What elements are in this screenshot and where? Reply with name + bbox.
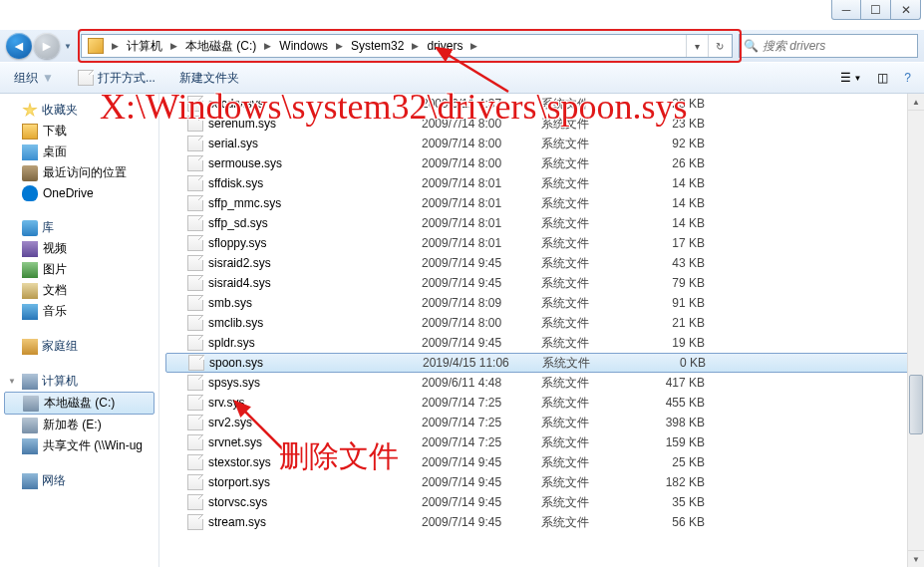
sidebar-item-videos[interactable]: 视频 (0, 238, 158, 259)
back-button[interactable]: ◄ (6, 33, 32, 59)
sidebar-item-desktop[interactable]: 桌面 (0, 142, 158, 162)
table-row[interactable]: stream.sys2009/7/14 9:45系统文件56 KB (159, 512, 924, 532)
table-row[interactable]: smclib.sys2009/7/14 8:00系统文件21 KB (159, 313, 924, 333)
table-row[interactable]: storvsc.sys2009/7/14 9:45系统文件35 KB (159, 492, 924, 512)
sidebar-computer-header[interactable]: ▼计算机 (0, 371, 158, 392)
table-row[interactable]: sffp_sd.sys2009/7/14 8:01系统文件14 KB (159, 213, 924, 233)
file-size: 398 KB (641, 416, 721, 429)
file-size: 79 KB (641, 276, 721, 290)
sidebar-item-music[interactable]: 音乐 (0, 301, 158, 322)
file-icon (187, 315, 203, 331)
table-row[interactable]: sisraid4.sys2009/7/14 9:45系统文件79 KB (159, 273, 924, 293)
file-name: sfloppy.sys (208, 236, 266, 250)
sidebar: 收藏夹 下载 桌面 最近访问的位置 OneDrive 库 视频 图片 文档 音乐… (0, 94, 159, 567)
chevron-right-icon[interactable]: ▶ (260, 41, 275, 51)
file-type: 系统文件 (541, 295, 641, 312)
sidebar-item-recent[interactable]: 最近访问的位置 (0, 162, 158, 183)
maximize-button[interactable]: ☐ (861, 0, 891, 20)
forward-button[interactable]: ► (34, 33, 60, 59)
breadcrumb[interactable]: Windows (275, 35, 332, 57)
table-row[interactable]: secdrv.sys2009/6/11 4:37系统文件23 KB (159, 94, 924, 114)
file-icon (187, 96, 203, 112)
file-name: spsys.sys (208, 376, 260, 390)
annotation-arrow-file (227, 396, 297, 465)
file-icon (187, 295, 203, 311)
svg-line-0 (437, 48, 508, 92)
sidebar-favorites-header[interactable]: 收藏夹 (0, 100, 158, 121)
scroll-down-button[interactable]: ▼ (908, 550, 924, 567)
sidebar-item-documents[interactable]: 文档 (0, 280, 158, 301)
table-row[interactable]: spoon.sys2019/4/15 11:06系统文件0 KB (165, 353, 918, 373)
table-row[interactable]: sfloppy.sys2009/7/14 8:01系统文件17 KB (159, 233, 924, 253)
table-row[interactable]: sffdisk.sys2009/7/14 8:01系统文件14 KB (159, 173, 924, 193)
close-button[interactable]: ✕ (891, 0, 921, 20)
computer-icon (22, 374, 38, 390)
breadcrumb[interactable]: 计算机 (123, 35, 166, 57)
network-icon (22, 473, 38, 489)
sidebar-item-drive-e[interactable]: 新加卷 (E:) (0, 415, 158, 435)
picture-icon (22, 262, 38, 278)
table-row[interactable]: serenum.sys2009/7/14 8:00系统文件23 KB (159, 114, 924, 134)
recent-icon (22, 165, 38, 181)
drive-icon (22, 418, 38, 433)
scroll-up-button[interactable]: ▲ (908, 94, 924, 111)
document-icon (22, 283, 38, 299)
search-input[interactable]: 🔍 搜索 drivers (739, 34, 918, 58)
sidebar-item-downloads[interactable]: 下载 (0, 121, 158, 142)
scrollbar[interactable]: ▲ ▼ (907, 94, 924, 567)
sidebar-item-pictures[interactable]: 图片 (0, 259, 158, 280)
view-options-button[interactable]: ☰ ▼ (835, 68, 866, 88)
file-name: serenum.sys (208, 117, 276, 131)
sidebar-libraries-header[interactable]: 库 (0, 217, 158, 238)
file-type: 系统文件 (541, 136, 641, 152)
file-icon (187, 454, 203, 470)
nav-history-dropdown[interactable]: ▼ (61, 35, 75, 57)
file-icon (187, 116, 203, 132)
newfolder-button[interactable]: 新建文件夹 (173, 67, 245, 90)
address-dropdown[interactable]: ▾ (686, 35, 708, 57)
breadcrumb[interactable]: 本地磁盘 (C:) (181, 35, 260, 57)
sidebar-item-onedrive[interactable]: OneDrive (0, 183, 158, 203)
table-row[interactable]: sffp_mmc.sys2009/7/14 8:01系统文件14 KB (159, 193, 924, 213)
help-button[interactable]: ? (899, 68, 916, 88)
file-type: 系统文件 (541, 215, 641, 232)
table-row[interactable]: spldr.sys2009/7/14 9:45系统文件19 KB (159, 333, 924, 353)
file-type: 系统文件 (541, 195, 641, 212)
sidebar-item-drive-c[interactable]: 本地磁盘 (C:) (4, 392, 154, 415)
file-list[interactable]: secdrv.sys2009/6/11 4:37系统文件23 KBserenum… (159, 94, 924, 567)
openwith-button[interactable]: 打开方式... (72, 67, 161, 90)
file-icon (187, 474, 203, 490)
minimize-button[interactable]: ─ (831, 0, 861, 20)
table-row[interactable]: smb.sys2009/7/14 8:09系统文件91 KB (159, 293, 924, 313)
file-name: storport.sys (208, 475, 270, 489)
preview-pane-button[interactable]: ◫ (872, 68, 893, 88)
file-name: stream.sys (208, 515, 266, 529)
sidebar-network-header[interactable]: 网络 (0, 470, 158, 491)
address-bar[interactable]: ▶ 计算机 ▶ 本地磁盘 (C:) ▶ Windows ▶ System32 ▶… (81, 34, 733, 58)
table-row[interactable]: sisraid2.sys2009/7/14 9:45系统文件43 KB (159, 253, 924, 273)
sidebar-item-share[interactable]: 共享文件 (\\Win-ug (0, 435, 158, 456)
file-size: 26 KB (641, 156, 721, 170)
file-size: 23 KB (641, 97, 721, 111)
file-type: 系统文件 (541, 175, 641, 192)
library-icon (22, 220, 38, 236)
table-row[interactable]: serial.sys2009/7/14 8:00系统文件92 KB (159, 134, 924, 153)
refresh-button[interactable]: ↻ (708, 35, 730, 57)
organize-menu[interactable]: 组织 ▼ (8, 67, 60, 90)
chevron-right-icon[interactable]: ▶ (108, 41, 123, 51)
breadcrumb[interactable]: System32 (347, 35, 408, 57)
table-row[interactable]: storport.sys2009/7/14 9:45系统文件182 KB (159, 472, 924, 492)
scroll-thumb[interactable] (909, 375, 923, 434)
table-row[interactable]: spsys.sys2009/6/11 4:48系统文件417 KB (159, 373, 924, 393)
table-row[interactable]: sermouse.sys2009/7/14 8:00系统文件26 KB (159, 153, 924, 173)
file-date: 2009/7/14 8:09 (422, 296, 541, 310)
desktop-icon (22, 144, 38, 160)
titlebar: ─ ☐ ✕ (0, 0, 924, 30)
chevron-right-icon[interactable]: ▶ (332, 41, 347, 51)
chevron-right-icon[interactable]: ▶ (408, 41, 423, 51)
search-placeholder: 搜索 drivers (763, 38, 825, 55)
file-date: 2009/7/14 8:01 (422, 196, 541, 210)
file-name: storvsc.sys (208, 495, 267, 509)
chevron-right-icon[interactable]: ▶ (166, 41, 181, 51)
sidebar-homegroup-header[interactable]: 家庭组 (0, 336, 158, 357)
